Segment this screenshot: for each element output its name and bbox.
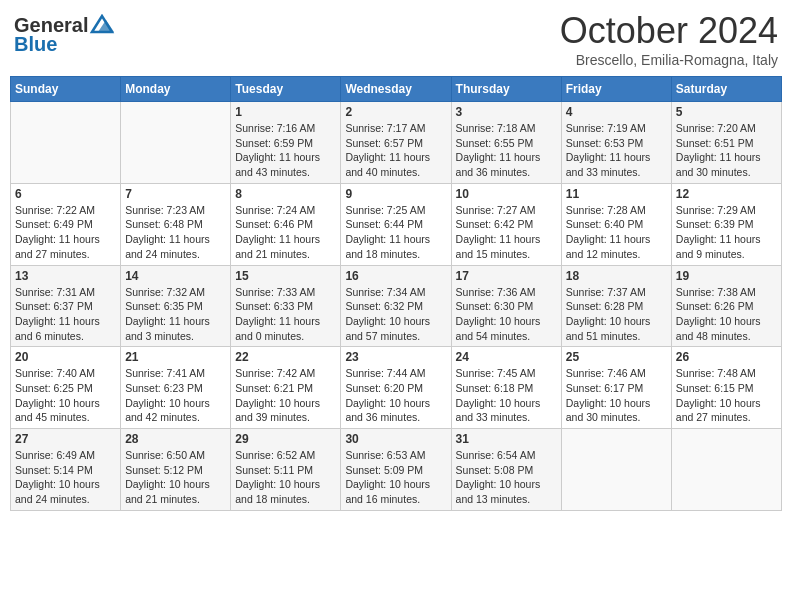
day-number: 31 xyxy=(456,432,557,446)
day-detail: Sunrise: 7:46 AMSunset: 6:17 PMDaylight:… xyxy=(566,366,667,425)
calendar-cell: 25Sunrise: 7:46 AMSunset: 6:17 PMDayligh… xyxy=(561,347,671,429)
day-number: 13 xyxy=(15,269,116,283)
calendar-cell: 20Sunrise: 7:40 AMSunset: 6:25 PMDayligh… xyxy=(11,347,121,429)
calendar-header-row: SundayMondayTuesdayWednesdayThursdayFrid… xyxy=(11,77,782,102)
day-detail: Sunrise: 7:44 AMSunset: 6:20 PMDaylight:… xyxy=(345,366,446,425)
day-detail: Sunrise: 7:38 AMSunset: 6:26 PMDaylight:… xyxy=(676,285,777,344)
day-detail: Sunrise: 7:37 AMSunset: 6:28 PMDaylight:… xyxy=(566,285,667,344)
day-detail: Sunrise: 7:42 AMSunset: 6:21 PMDaylight:… xyxy=(235,366,336,425)
day-number: 17 xyxy=(456,269,557,283)
day-number: 9 xyxy=(345,187,446,201)
calendar-cell xyxy=(671,429,781,511)
day-detail: Sunrise: 7:27 AMSunset: 6:42 PMDaylight:… xyxy=(456,203,557,262)
column-header-wednesday: Wednesday xyxy=(341,77,451,102)
day-detail: Sunrise: 6:52 AMSunset: 5:11 PMDaylight:… xyxy=(235,448,336,507)
calendar-cell: 11Sunrise: 7:28 AMSunset: 6:40 PMDayligh… xyxy=(561,183,671,265)
day-number: 22 xyxy=(235,350,336,364)
day-number: 5 xyxy=(676,105,777,119)
day-detail: Sunrise: 6:53 AMSunset: 5:09 PMDaylight:… xyxy=(345,448,446,507)
calendar-cell xyxy=(11,102,121,184)
day-number: 28 xyxy=(125,432,226,446)
day-number: 4 xyxy=(566,105,667,119)
calendar-cell: 28Sunrise: 6:50 AMSunset: 5:12 PMDayligh… xyxy=(121,429,231,511)
day-number: 10 xyxy=(456,187,557,201)
calendar-week-row: 1Sunrise: 7:16 AMSunset: 6:59 PMDaylight… xyxy=(11,102,782,184)
calendar-week-row: 20Sunrise: 7:40 AMSunset: 6:25 PMDayligh… xyxy=(11,347,782,429)
day-detail: Sunrise: 7:40 AMSunset: 6:25 PMDaylight:… xyxy=(15,366,116,425)
calendar-cell: 9Sunrise: 7:25 AMSunset: 6:44 PMDaylight… xyxy=(341,183,451,265)
day-detail: Sunrise: 7:25 AMSunset: 6:44 PMDaylight:… xyxy=(345,203,446,262)
location-subtitle: Brescello, Emilia-Romagna, Italy xyxy=(560,52,778,68)
month-title: October 2024 xyxy=(560,10,778,52)
day-number: 26 xyxy=(676,350,777,364)
calendar-cell: 6Sunrise: 7:22 AMSunset: 6:49 PMDaylight… xyxy=(11,183,121,265)
day-number: 21 xyxy=(125,350,226,364)
day-detail: Sunrise: 6:49 AMSunset: 5:14 PMDaylight:… xyxy=(15,448,116,507)
day-detail: Sunrise: 7:29 AMSunset: 6:39 PMDaylight:… xyxy=(676,203,777,262)
day-number: 23 xyxy=(345,350,446,364)
day-detail: Sunrise: 7:45 AMSunset: 6:18 PMDaylight:… xyxy=(456,366,557,425)
day-number: 27 xyxy=(15,432,116,446)
day-detail: Sunrise: 7:16 AMSunset: 6:59 PMDaylight:… xyxy=(235,121,336,180)
calendar-cell: 23Sunrise: 7:44 AMSunset: 6:20 PMDayligh… xyxy=(341,347,451,429)
svg-marker-1 xyxy=(98,20,114,32)
day-number: 8 xyxy=(235,187,336,201)
day-number: 1 xyxy=(235,105,336,119)
calendar-cell: 29Sunrise: 6:52 AMSunset: 5:11 PMDayligh… xyxy=(231,429,341,511)
day-number: 7 xyxy=(125,187,226,201)
logo: General Blue xyxy=(14,14,116,54)
column-header-tuesday: Tuesday xyxy=(231,77,341,102)
column-header-friday: Friday xyxy=(561,77,671,102)
calendar-cell: 14Sunrise: 7:32 AMSunset: 6:35 PMDayligh… xyxy=(121,265,231,347)
calendar-week-row: 6Sunrise: 7:22 AMSunset: 6:49 PMDaylight… xyxy=(11,183,782,265)
day-number: 11 xyxy=(566,187,667,201)
page-header: General Blue October 2024 Brescello, Emi… xyxy=(10,10,782,68)
day-detail: Sunrise: 7:23 AMSunset: 6:48 PMDaylight:… xyxy=(125,203,226,262)
day-number: 24 xyxy=(456,350,557,364)
calendar-cell: 22Sunrise: 7:42 AMSunset: 6:21 PMDayligh… xyxy=(231,347,341,429)
calendar-cell: 2Sunrise: 7:17 AMSunset: 6:57 PMDaylight… xyxy=(341,102,451,184)
calendar-cell: 13Sunrise: 7:31 AMSunset: 6:37 PMDayligh… xyxy=(11,265,121,347)
calendar-cell: 1Sunrise: 7:16 AMSunset: 6:59 PMDaylight… xyxy=(231,102,341,184)
calendar-week-row: 13Sunrise: 7:31 AMSunset: 6:37 PMDayligh… xyxy=(11,265,782,347)
calendar-cell: 7Sunrise: 7:23 AMSunset: 6:48 PMDaylight… xyxy=(121,183,231,265)
calendar-cell xyxy=(121,102,231,184)
calendar-cell xyxy=(561,429,671,511)
day-number: 25 xyxy=(566,350,667,364)
day-detail: Sunrise: 7:19 AMSunset: 6:53 PMDaylight:… xyxy=(566,121,667,180)
day-detail: Sunrise: 7:22 AMSunset: 6:49 PMDaylight:… xyxy=(15,203,116,262)
title-block: October 2024 Brescello, Emilia-Romagna, … xyxy=(560,10,778,68)
day-detail: Sunrise: 7:34 AMSunset: 6:32 PMDaylight:… xyxy=(345,285,446,344)
calendar-cell: 12Sunrise: 7:29 AMSunset: 6:39 PMDayligh… xyxy=(671,183,781,265)
column-header-saturday: Saturday xyxy=(671,77,781,102)
calendar-cell: 16Sunrise: 7:34 AMSunset: 6:32 PMDayligh… xyxy=(341,265,451,347)
calendar-cell: 26Sunrise: 7:48 AMSunset: 6:15 PMDayligh… xyxy=(671,347,781,429)
calendar-cell: 30Sunrise: 6:53 AMSunset: 5:09 PMDayligh… xyxy=(341,429,451,511)
day-number: 12 xyxy=(676,187,777,201)
day-detail: Sunrise: 7:36 AMSunset: 6:30 PMDaylight:… xyxy=(456,285,557,344)
calendar-table: SundayMondayTuesdayWednesdayThursdayFrid… xyxy=(10,76,782,511)
day-detail: Sunrise: 7:32 AMSunset: 6:35 PMDaylight:… xyxy=(125,285,226,344)
calendar-cell: 18Sunrise: 7:37 AMSunset: 6:28 PMDayligh… xyxy=(561,265,671,347)
day-number: 14 xyxy=(125,269,226,283)
column-header-thursday: Thursday xyxy=(451,77,561,102)
calendar-cell: 3Sunrise: 7:18 AMSunset: 6:55 PMDaylight… xyxy=(451,102,561,184)
day-detail: Sunrise: 7:20 AMSunset: 6:51 PMDaylight:… xyxy=(676,121,777,180)
day-detail: Sunrise: 7:28 AMSunset: 6:40 PMDaylight:… xyxy=(566,203,667,262)
calendar-cell: 15Sunrise: 7:33 AMSunset: 6:33 PMDayligh… xyxy=(231,265,341,347)
day-detail: Sunrise: 7:33 AMSunset: 6:33 PMDaylight:… xyxy=(235,285,336,344)
day-number: 19 xyxy=(676,269,777,283)
day-number: 16 xyxy=(345,269,446,283)
day-detail: Sunrise: 6:50 AMSunset: 5:12 PMDaylight:… xyxy=(125,448,226,507)
day-detail: Sunrise: 7:41 AMSunset: 6:23 PMDaylight:… xyxy=(125,366,226,425)
calendar-cell: 31Sunrise: 6:54 AMSunset: 5:08 PMDayligh… xyxy=(451,429,561,511)
calendar-cell: 8Sunrise: 7:24 AMSunset: 6:46 PMDaylight… xyxy=(231,183,341,265)
column-header-monday: Monday xyxy=(121,77,231,102)
calendar-cell: 24Sunrise: 7:45 AMSunset: 6:18 PMDayligh… xyxy=(451,347,561,429)
calendar-cell: 17Sunrise: 7:36 AMSunset: 6:30 PMDayligh… xyxy=(451,265,561,347)
calendar-cell: 5Sunrise: 7:20 AMSunset: 6:51 PMDaylight… xyxy=(671,102,781,184)
logo-icon xyxy=(88,14,116,36)
calendar-week-row: 27Sunrise: 6:49 AMSunset: 5:14 PMDayligh… xyxy=(11,429,782,511)
day-number: 20 xyxy=(15,350,116,364)
calendar-cell: 21Sunrise: 7:41 AMSunset: 6:23 PMDayligh… xyxy=(121,347,231,429)
